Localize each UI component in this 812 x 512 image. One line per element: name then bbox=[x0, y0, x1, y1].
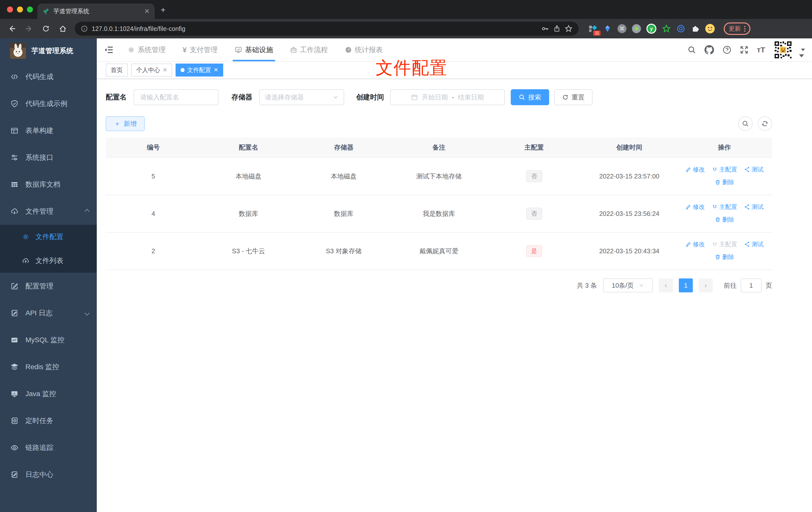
form-icon bbox=[10, 127, 19, 134]
site-info-icon[interactable] bbox=[81, 25, 88, 32]
maximize-window-button[interactable] bbox=[27, 6, 33, 12]
tab-close-icon[interactable]: ✕ bbox=[144, 7, 150, 15]
sidebar-item-form-builder[interactable]: 表单构建 bbox=[0, 117, 97, 144]
app-logo[interactable]: 芋道管理系统 bbox=[0, 38, 97, 63]
search-button[interactable]: 搜索 bbox=[511, 89, 549, 105]
font-size-icon[interactable]: ᴛT bbox=[757, 46, 765, 54]
github-icon[interactable] bbox=[704, 45, 714, 55]
next-page-button[interactable]: › bbox=[699, 278, 713, 292]
edit-link[interactable]: 修改 bbox=[685, 238, 705, 250]
sidebar-item-system-api[interactable]: 系统接口 bbox=[0, 144, 97, 171]
tag-close-icon[interactable]: ✕ bbox=[163, 67, 167, 73]
tag-file-config[interactable]: 文件配置 ✕ bbox=[176, 64, 223, 77]
ext-puzzle-icon[interactable] bbox=[691, 24, 700, 33]
window-controls[interactable] bbox=[7, 6, 33, 12]
trash-icon bbox=[715, 179, 721, 185]
fullscreen-icon[interactable] bbox=[740, 46, 748, 54]
refresh-table-button[interactable] bbox=[758, 116, 772, 131]
delete-link[interactable]: 删除 bbox=[715, 251, 734, 263]
master-link-disabled[interactable]: 主配置 bbox=[712, 238, 737, 250]
back-icon[interactable] bbox=[5, 22, 19, 36]
app: 芋道管理系统 代码生成 代码生成示例 表单构建 系统接口 数据库文档 bbox=[0, 38, 812, 512]
sidebar-item-code-demo[interactable]: 代码生成示例 bbox=[0, 90, 97, 117]
edit-link[interactable]: 修改 bbox=[685, 201, 705, 213]
toggle-search-button[interactable] bbox=[738, 116, 753, 131]
ext-tag-icon[interactable]: 11 bbox=[588, 24, 598, 33]
master-badge: 否 bbox=[526, 170, 542, 182]
yen-icon: ¥ bbox=[182, 46, 187, 54]
ext-star-icon[interactable] bbox=[662, 24, 671, 33]
test-link[interactable]: 测试 bbox=[744, 238, 764, 250]
prev-page-button[interactable]: ‹ bbox=[659, 278, 673, 292]
ext-command-icon[interactable]: ⌘ bbox=[617, 24, 627, 33]
timer-doc-icon bbox=[10, 417, 19, 425]
chrome-update-button[interactable]: 更新 bbox=[724, 23, 750, 35]
browser-chrome: 芋道管理系统 ✕ + 127.0.0.1:1024/infra/file/fil… bbox=[0, 0, 812, 38]
sidebar-item-redis-monitor[interactable]: Redis 监控 bbox=[0, 354, 97, 381]
sidebar-item-mysql-monitor[interactable]: MySQL 监控 bbox=[0, 327, 97, 354]
sidebar-item-java-monitor[interactable]: Java 监控 bbox=[0, 381, 97, 407]
sidebar-item-scheduled-jobs[interactable]: 定时任务 bbox=[0, 407, 97, 434]
sidebar-item-api-log[interactable]: API 日志 bbox=[0, 300, 97, 327]
help-icon[interactable] bbox=[722, 46, 731, 54]
nav-item-reports[interactable]: 统计报表 bbox=[343, 38, 385, 61]
tag-personal-center[interactable]: 个人中心 ✕ bbox=[131, 64, 172, 77]
add-button[interactable]: ＋ 新增 bbox=[106, 116, 145, 131]
password-key-icon[interactable] bbox=[541, 25, 549, 33]
gear-icon bbox=[128, 47, 135, 53]
reset-button[interactable]: 重置 bbox=[554, 89, 592, 105]
minimize-window-button[interactable] bbox=[17, 6, 23, 12]
close-window-button[interactable] bbox=[7, 6, 13, 12]
nav-item-system[interactable]: 系统管理 bbox=[126, 38, 168, 61]
sidebar-item-file-manage[interactable]: 文件管理 bbox=[0, 198, 97, 225]
nav-item-infrastructure[interactable]: 基础设施 bbox=[233, 38, 275, 61]
nav-item-workflow[interactable]: 工作流程 bbox=[288, 38, 330, 61]
sidebar-item-code-gen[interactable]: 代码生成 bbox=[0, 63, 97, 90]
test-link[interactable]: 测试 bbox=[744, 163, 764, 176]
sidebar-item-tracing[interactable]: 链路追踪 bbox=[0, 434, 97, 461]
address-bar[interactable]: 127.0.0.1:1024/infra/file/file-config bbox=[75, 22, 579, 36]
goto-page-input[interactable] bbox=[741, 278, 762, 292]
tag-home[interactable]: 首页 bbox=[106, 64, 128, 77]
sidebar-item-db-doc[interactable]: 数据库文档 bbox=[0, 171, 97, 198]
sidebar-item-log-center[interactable]: 日志中心 bbox=[0, 461, 97, 488]
share-icon[interactable] bbox=[553, 25, 561, 32]
browser-menu-icon[interactable] bbox=[744, 26, 746, 32]
ext-emoji-icon[interactable] bbox=[705, 24, 715, 33]
date-range-picker[interactable]: 开始日期 - 结束日期 bbox=[390, 89, 505, 105]
master-link[interactable]: 主配置 bbox=[712, 163, 737, 176]
current-page-button[interactable]: 1 bbox=[679, 278, 693, 292]
new-tab-button[interactable]: + bbox=[161, 5, 166, 14]
test-link[interactable]: 测试 bbox=[744, 201, 764, 213]
ext-y-icon[interactable]: y bbox=[646, 24, 657, 34]
sidebar-item-config-manage[interactable]: 配置管理 bbox=[0, 273, 97, 300]
forward-icon[interactable] bbox=[22, 22, 36, 36]
ext-record-icon[interactable] bbox=[632, 24, 641, 33]
briefcase-icon bbox=[290, 47, 297, 53]
master-link[interactable]: 主配置 bbox=[712, 201, 737, 213]
bookmark-star-icon[interactable] bbox=[564, 25, 573, 33]
sidebar-collapse-button[interactable] bbox=[104, 45, 114, 55]
table-toolbar: ＋ 新增 bbox=[106, 116, 772, 131]
tag-close-icon[interactable]: ✕ bbox=[213, 67, 218, 73]
search-icon[interactable] bbox=[688, 46, 696, 54]
ext-gem-icon[interactable] bbox=[603, 24, 612, 33]
cloud-upload-icon bbox=[22, 257, 29, 265]
storage-select[interactable]: 请选择存储器 bbox=[259, 89, 344, 105]
nav-item-payment[interactable]: ¥ 支付管理 bbox=[180, 38, 220, 61]
edit-link[interactable]: 修改 bbox=[685, 163, 705, 176]
page-size-select[interactable]: 10条/页 bbox=[603, 278, 653, 292]
browser-tab[interactable]: 芋道管理系统 ✕ bbox=[37, 3, 155, 19]
delete-link[interactable]: 删除 bbox=[715, 176, 734, 188]
config-name-input[interactable] bbox=[134, 89, 219, 105]
avatar-caret-icon[interactable] bbox=[801, 49, 805, 51]
sidebar-item-file-config[interactable]: 文件配置 bbox=[0, 225, 97, 249]
ext-eye-icon[interactable] bbox=[676, 24, 685, 33]
home-icon[interactable] bbox=[56, 22, 70, 36]
avatar-qr[interactable] bbox=[774, 40, 792, 59]
sidebar-item-file-list[interactable]: 文件列表 bbox=[0, 249, 97, 273]
collapse-caret-icon[interactable] bbox=[799, 54, 804, 57]
delete-link[interactable]: 删除 bbox=[715, 214, 734, 225]
reload-icon[interactable] bbox=[39, 22, 53, 36]
sidebar: 芋道管理系统 代码生成 代码生成示例 表单构建 系统接口 数据库文档 bbox=[0, 38, 97, 512]
